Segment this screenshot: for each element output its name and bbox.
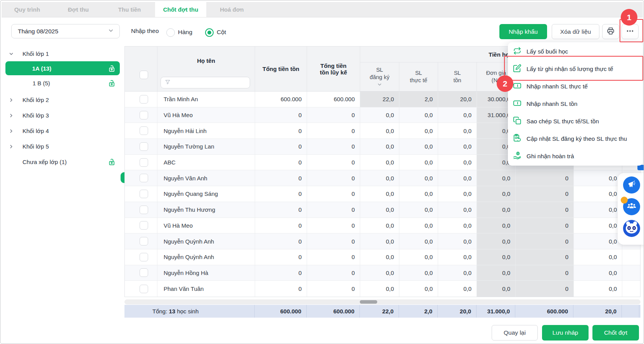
cell-value[interactable]: 0,0 bbox=[574, 170, 622, 186]
cell-value[interactable]: 0,0 bbox=[399, 218, 438, 233]
horizontal-scrollbar[interactable] bbox=[124, 299, 641, 304]
header-total-due-acc[interactable]: Tổng tiềntồn lũy kế bbox=[307, 47, 360, 91]
cell-value[interactable]: 0,0 bbox=[574, 249, 622, 265]
cell-value[interactable]: 0 bbox=[307, 123, 360, 138]
sidebar-item-chua-xep-lop-1[interactable]: Chưa xếp lớp (1) bbox=[0, 157, 121, 167]
cell-value[interactable]: 0 bbox=[255, 202, 307, 218]
cell-value[interactable]: 0,0 bbox=[477, 218, 516, 233]
cell-value[interactable]: 0,0 bbox=[360, 186, 399, 202]
select-all-checkbox[interactable] bbox=[140, 71, 148, 79]
side-peek-tab[interactable] bbox=[637, 165, 644, 170]
menu-item-nhap-nhanh-sl-ton[interactable]: Nhập nhanh SL tồn bbox=[508, 95, 643, 113]
cell-value[interactable]: 0 bbox=[255, 155, 307, 170]
cell-value[interactable]: 0,0 bbox=[574, 202, 622, 218]
cell-value[interactable]: 0 bbox=[255, 281, 307, 297]
cell-value[interactable]: 0 bbox=[307, 218, 360, 233]
cell-value[interactable]: 0,0 bbox=[360, 123, 399, 138]
header-qty-actual[interactable]: SLthực tế bbox=[399, 62, 438, 91]
sidebar-item-khoi-lop-5[interactable]: Khối lớp 5 bbox=[0, 141, 121, 152]
cell-value[interactable]: 0,0 bbox=[438, 139, 477, 154]
cell-value[interactable]: 0,0 bbox=[360, 233, 399, 249]
cell-value[interactable]: 0,0 bbox=[399, 123, 438, 138]
cell-value[interactable]: 0,0 bbox=[360, 107, 399, 123]
cell-value[interactable]: 0 bbox=[307, 155, 360, 170]
cell-value[interactable]: 0 bbox=[516, 265, 574, 281]
cell-value[interactable]: 0,0 bbox=[574, 186, 622, 202]
header-total-due[interactable]: Tổng tiền tồn bbox=[255, 47, 307, 91]
cell-value[interactable] bbox=[622, 249, 640, 265]
cell-value[interactable]: 0,0 bbox=[399, 170, 438, 186]
back-button[interactable]: Quay lại bbox=[492, 325, 538, 341]
cell-value[interactable]: 0,0 bbox=[438, 281, 477, 297]
cell-value[interactable] bbox=[622, 265, 640, 281]
cell-value[interactable]: 0,0 bbox=[360, 202, 399, 218]
cell-value[interactable]: 0 bbox=[307, 186, 360, 202]
cell-value[interactable]: 0,0 bbox=[438, 170, 477, 186]
cell-value[interactable]: 0,0 bbox=[477, 233, 516, 249]
cell-value[interactable]: 0,0 bbox=[438, 265, 477, 281]
import-button[interactable]: Nhập khẩu bbox=[499, 24, 547, 39]
radio-hang-label[interactable]: Hàng bbox=[178, 29, 192, 36]
scrollbar-thumb[interactable] bbox=[360, 300, 377, 304]
menu-item-cap-nhat-sl-ang-ky-theo-sl-thuc-thu[interactable]: Cập nhật SL đăng ký theo SL thực thu bbox=[508, 130, 643, 147]
cell-value[interactable]: 0,0 bbox=[438, 202, 477, 218]
finalize-button[interactable]: Chốt đợt bbox=[592, 325, 639, 341]
cell-value[interactable]: 0 bbox=[307, 233, 360, 249]
tab-thu-tien[interactable]: Thu tiền bbox=[104, 2, 155, 17]
cell-value[interactable]: 0 bbox=[516, 281, 574, 297]
cell-value[interactable]: 0,0 bbox=[477, 249, 516, 265]
cell-value[interactable]: 0 bbox=[307, 265, 360, 281]
sidebar-item-khoi-lop-3[interactable]: Khối lớp 3 bbox=[0, 110, 121, 121]
cell-value[interactable]: 0,0 bbox=[399, 155, 438, 170]
cell-value[interactable]: 0 bbox=[307, 281, 360, 297]
cell-value[interactable]: 600.000 bbox=[255, 92, 307, 107]
row-checkbox[interactable] bbox=[140, 221, 148, 230]
cell-value[interactable]: 0,0 bbox=[399, 281, 438, 297]
cell-value[interactable]: 0 bbox=[307, 107, 360, 123]
cell-value[interactable]: 0,0 bbox=[360, 170, 399, 186]
row-checkbox[interactable] bbox=[140, 158, 148, 167]
cell-value[interactable]: 0,0 bbox=[574, 281, 622, 297]
radio-hang[interactable] bbox=[166, 28, 175, 37]
cell-value[interactable]: 0 bbox=[255, 218, 307, 233]
menu-item-sao-chep-sl-thuc-te-sl-ton[interactable]: Sao chép SL thực tế/SL tồn bbox=[508, 112, 643, 130]
print-button[interactable] bbox=[602, 24, 619, 39]
cell-value[interactable]: 0,0 bbox=[438, 249, 477, 265]
chevron-right-icon[interactable] bbox=[9, 97, 14, 103]
cell-value[interactable]: 0 bbox=[255, 233, 307, 249]
cell-value[interactable]: 0,0 bbox=[438, 155, 477, 170]
cell-value[interactable]: 0,0 bbox=[399, 265, 438, 281]
row-checkbox[interactable] bbox=[140, 174, 148, 182]
cell-value[interactable]: 0,0 bbox=[399, 107, 438, 123]
row-checkbox[interactable] bbox=[140, 111, 148, 119]
row-checkbox[interactable] bbox=[140, 237, 148, 245]
cell-value[interactable]: 0,0 bbox=[477, 202, 516, 218]
cell-value[interactable]: 0 bbox=[255, 123, 307, 138]
cell-value[interactable]: 0,0 bbox=[399, 186, 438, 202]
row-checkbox[interactable] bbox=[140, 126, 148, 135]
cell-value[interactable]: 0 bbox=[255, 107, 307, 123]
cell-value[interactable]: 0 bbox=[255, 186, 307, 202]
cell-value[interactable] bbox=[622, 281, 640, 297]
row-checkbox[interactable] bbox=[140, 253, 148, 261]
cell-value[interactable]: 22,0 bbox=[360, 92, 399, 107]
tab-ot-thu[interactable]: Đợt thu bbox=[53, 2, 104, 17]
cell-value[interactable]: 0 bbox=[516, 249, 574, 265]
cell-value[interactable]: 0 bbox=[255, 170, 307, 186]
cell-value[interactable]: 0,0 bbox=[399, 202, 438, 218]
cell-value[interactable]: 0,0 bbox=[360, 265, 399, 281]
cell-value[interactable]: 0,0 bbox=[438, 186, 477, 202]
cell-value[interactable]: 0 bbox=[307, 139, 360, 154]
sidebar-item-1a-13[interactable]: 1A (13) bbox=[5, 61, 120, 75]
cell-value[interactable]: 0 bbox=[516, 233, 574, 249]
cell-value[interactable]: 0,0 bbox=[360, 249, 399, 265]
chevron-down-icon[interactable] bbox=[9, 51, 14, 57]
cell-value[interactable]: 0,0 bbox=[574, 218, 622, 233]
chevron-right-icon[interactable] bbox=[9, 113, 14, 118]
header-qty-left[interactable]: SLtồn bbox=[438, 62, 477, 91]
row-checkbox[interactable] bbox=[140, 190, 148, 198]
cell-value[interactable]: 0 bbox=[516, 170, 574, 186]
tab-chot-ot-thu[interactable]: Chốt đợt thu bbox=[155, 2, 206, 17]
sidebar-item-1-b-5[interactable]: 1 B (5) bbox=[0, 78, 121, 88]
cell-value[interactable]: 0 bbox=[255, 265, 307, 281]
